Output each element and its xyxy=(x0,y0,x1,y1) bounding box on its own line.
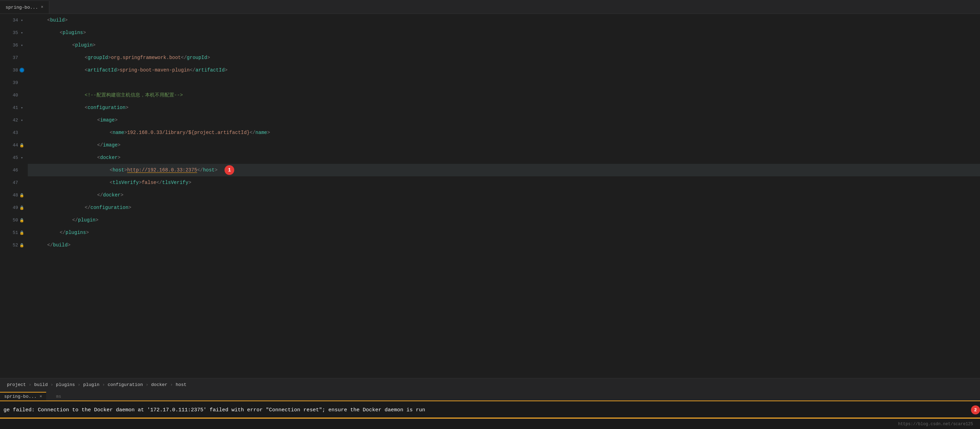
line-43: 43 xyxy=(0,126,28,139)
line-46: 46 xyxy=(0,164,28,176)
error-tab-bar: spring-bo... × ms xyxy=(0,391,980,400)
breadcrumb-host[interactable]: host xyxy=(176,382,186,388)
tab-bar: spring-bo... × xyxy=(0,0,980,14)
annotation-badge-2: 2 xyxy=(971,405,980,415)
tab-close-button[interactable]: × xyxy=(41,5,43,10)
breadcrumb-build[interactable]: build xyxy=(34,382,48,388)
code-line-51: </plugins> xyxy=(28,226,980,239)
line-34: 34 ▾ xyxy=(0,14,28,26)
line-44: 44 🔒 xyxy=(0,139,28,152)
line-45: 45 ▾ xyxy=(0,152,28,164)
tab-label: spring-bo... xyxy=(6,5,38,10)
breadcrumb-docker[interactable]: docker xyxy=(151,382,168,388)
debug-icon-38 xyxy=(19,68,24,73)
line-51: 51 🔒 xyxy=(0,226,28,239)
line-50: 50 🔒 xyxy=(0,214,28,226)
fold-icon-34[interactable]: ▾ xyxy=(19,18,24,22)
line-52: 52 🔒 xyxy=(0,239,28,251)
line-36: 36 ▾ xyxy=(0,39,28,51)
code-line-48: </docker> xyxy=(28,189,980,201)
error-tab-close[interactable]: × xyxy=(40,394,42,399)
code-line-50: </plugin> xyxy=(28,214,980,226)
fold-icon-45[interactable]: ▾ xyxy=(19,155,24,160)
breadcrumb-sep-3: › xyxy=(78,382,81,388)
code-line-44: </image> xyxy=(28,139,980,152)
line-49: 49 🔒 xyxy=(0,201,28,214)
status-bar: https://blog.csdn.net/scare125 xyxy=(0,419,980,429)
code-lines: <build> <plugins> <plugin> <groupId>org.… xyxy=(28,14,980,378)
line-41: 41 ▾ xyxy=(0,101,28,114)
error-tab-label: spring-bo... xyxy=(4,394,37,399)
breadcrumb-plugin[interactable]: plugin xyxy=(83,382,100,388)
annotation-badge-1: 1 xyxy=(224,165,234,175)
line-40: 40 xyxy=(0,89,28,101)
code-line-35: <plugins> xyxy=(28,26,980,39)
editor-tab[interactable]: spring-bo... × xyxy=(0,1,49,14)
code-line-45: <docker> xyxy=(28,152,980,164)
fold-icon-36[interactable]: ▾ xyxy=(19,43,24,48)
fold-icon-37-empty xyxy=(19,55,24,60)
line-numbers: 34 ▾ 35 ▾ 36 ▾ 37 38 xyxy=(0,14,28,378)
error-bar: ge failed: Connection to the Docker daem… xyxy=(0,400,980,419)
fold-icon-35[interactable]: ▾ xyxy=(19,30,24,35)
breadcrumb-bar: project › build › plugins › plugin › con… xyxy=(0,378,980,391)
breadcrumb-sep-2: › xyxy=(50,382,53,388)
code-line-36: <plugin> xyxy=(28,39,980,51)
line-42: 42 ▾ xyxy=(0,114,28,126)
code-line-52: </build> xyxy=(28,239,980,251)
line-48: 48 🔒 xyxy=(0,189,28,201)
code-line-43: <name>192.168.0.33/library/${project.art… xyxy=(28,126,980,139)
code-line-37: <groupId>org.springframework.boot</group… xyxy=(28,51,980,64)
code-container: 34 ▾ 35 ▾ 36 ▾ 37 38 xyxy=(0,14,980,378)
line-39: 39 xyxy=(0,77,28,89)
code-line-41: <configuration> xyxy=(28,101,980,114)
breadcrumb-sep-5: › xyxy=(146,382,148,388)
error-underline xyxy=(0,418,980,419)
breadcrumb-sep-6: › xyxy=(170,382,173,388)
editor-area: spring-bo... × 34 ▾ 35 ▾ 36 ▾ 37 xyxy=(0,0,980,429)
error-prefix: ms xyxy=(56,394,61,399)
breadcrumb-plugins[interactable]: plugins xyxy=(56,382,75,388)
line-38: 38 xyxy=(0,64,28,77)
code-line-38: <artifactId>spring-boot-maven-plugin</ar… xyxy=(28,64,980,77)
breadcrumb-sep-1: › xyxy=(29,382,32,388)
fold-icon-42[interactable]: ▾ xyxy=(19,118,24,123)
line-37: 37 xyxy=(0,51,28,64)
code-line-42: <image> xyxy=(28,114,980,126)
code-line-49: </configuration> xyxy=(28,201,980,214)
code-line-46: <host>http://192.168.0.33:2375</host> 1 xyxy=(28,164,980,176)
line-47: 47 xyxy=(0,176,28,189)
code-line-47: <tlsVerify>false</tlsVerify> xyxy=(28,176,980,189)
code-line-34: <build> xyxy=(28,14,980,26)
breadcrumb-sep-4: › xyxy=(102,382,105,388)
error-tab[interactable]: spring-bo... × xyxy=(0,392,46,400)
fold-icon-41[interactable]: ▾ xyxy=(19,105,24,110)
error-message: ge failed: Connection to the Docker daem… xyxy=(3,407,425,413)
breadcrumb-configuration[interactable]: configuration xyxy=(108,382,143,388)
code-line-40: <!--配置构建宿主机信息，本机不用配置--> xyxy=(28,89,980,101)
code-line-39 xyxy=(28,77,980,89)
line-35: 35 ▾ xyxy=(0,26,28,39)
status-url: https://blog.csdn.net/scare125 xyxy=(898,422,973,427)
breadcrumb-project[interactable]: project xyxy=(7,382,26,388)
